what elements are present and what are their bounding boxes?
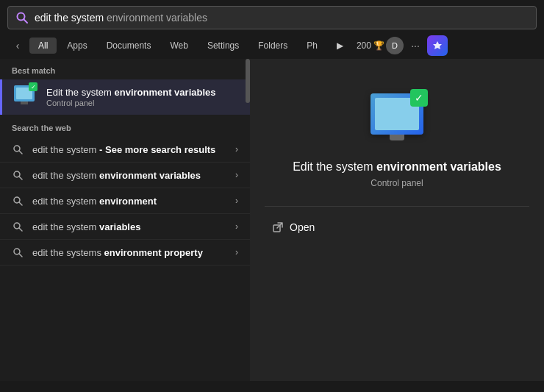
best-match-text: Edit the system environment variables Co… — [46, 87, 238, 108]
open-label: Open — [290, 221, 315, 233]
suggestion-search-icon-4 — [12, 221, 24, 232]
suggestion-text-4: edit the system variables — [32, 221, 226, 232]
suggestion-search-icon-5 — [12, 246, 24, 258]
check-badge-icon: ✓ — [29, 82, 37, 91]
more-button[interactable]: ··· — [405, 35, 426, 56]
svg-line-11 — [19, 254, 22, 257]
suggestion-3[interactable]: edit the system environment › — [0, 188, 250, 214]
best-match-subtitle: Control panel — [46, 99, 238, 107]
scrollbar-track[interactable] — [246, 59, 250, 381]
nav-badge: 200 🏆 — [357, 40, 384, 51]
suggestion-text-5: edit the systems environment property — [32, 247, 226, 258]
svg-line-1 — [24, 19, 27, 23]
best-match-icon: ✓ — [14, 85, 37, 109]
detail-icon: ✓ — [364, 81, 430, 147]
tab-web[interactable]: Web — [161, 38, 196, 54]
tab-documents[interactable]: Documents — [98, 38, 160, 54]
tab-ph[interactable]: Ph — [298, 38, 326, 54]
search-input-display[interactable]: edit the system environment variables — [35, 12, 529, 24]
suggestion-5[interactable]: edit the systems environment property › — [0, 240, 250, 266]
svg-line-3 — [19, 151, 22, 154]
suggestion-2[interactable]: edit the system environment variables › — [0, 163, 250, 188]
suggestion-arrow-1: › — [235, 144, 238, 154]
suggestion-arrow-5: › — [235, 247, 238, 257]
tab-settings[interactable]: Settings — [198, 38, 248, 54]
suggestion-text-2: edit the system environment variables — [32, 170, 226, 181]
left-panel: Best match ✓ Edit the system environment… — [0, 59, 250, 381]
best-match-title: Edit the system environment variables — [46, 87, 238, 99]
right-panel: ✓ Edit the system environment variables … — [250, 59, 544, 381]
main-content: Best match ✓ Edit the system environment… — [0, 59, 544, 381]
large-monitor-icon: ✓ — [371, 93, 423, 135]
suggestion-arrow-4: › — [235, 221, 238, 232]
tab-apps[interactable]: Apps — [58, 38, 96, 54]
tab-play[interactable]: ▶ — [328, 38, 352, 54]
suggestion-1[interactable]: edit the system - See more search result… — [0, 137, 250, 163]
large-check-badge-icon: ✓ — [410, 89, 428, 107]
tab-folders[interactable]: Folders — [249, 38, 296, 54]
tab-all[interactable]: All — [29, 38, 57, 54]
svg-line-9 — [19, 228, 22, 231]
svg-line-5 — [19, 177, 22, 179]
detail-title: Edit the system environment variables — [293, 159, 501, 175]
back-button[interactable]: ‹ — [7, 35, 28, 56]
svg-line-7 — [19, 202, 22, 205]
search-icon — [15, 11, 29, 24]
suggestion-search-icon-3 — [12, 195, 24, 207]
detail-subtitle: Control panel — [371, 178, 423, 188]
suggestion-arrow-3: › — [235, 196, 238, 206]
user-avatar[interactable]: D — [386, 37, 404, 54]
best-match-item[interactable]: ✓ Edit the system environment variables … — [0, 79, 250, 115]
search-bar[interactable]: edit the system environment variables — [7, 6, 537, 29]
search-typed: edit the system — [35, 12, 104, 24]
web-search-label: Search the web — [0, 115, 250, 137]
suggestion-arrow-2: › — [235, 170, 238, 180]
suggestion-4[interactable]: edit the system variables › — [0, 214, 250, 240]
suggestion-search-icon-1 — [12, 143, 24, 155]
best-match-label: Best match — [0, 59, 250, 79]
search-rest: environment variables — [104, 12, 207, 24]
suggestion-text-1: edit the system - See more search result… — [32, 144, 226, 155]
open-external-icon — [272, 221, 284, 233]
scrollbar-thumb[interactable] — [246, 59, 250, 103]
copilot-button[interactable] — [427, 35, 448, 56]
suggestion-text-3: edit the system environment — [32, 196, 226, 207]
suggestion-search-icon-2 — [12, 169, 24, 181]
open-button[interactable]: Open — [272, 218, 315, 236]
nav-tabs: ‹ All Apps Documents Web Settings Folder… — [0, 35, 544, 56]
detail-divider — [265, 206, 529, 207]
